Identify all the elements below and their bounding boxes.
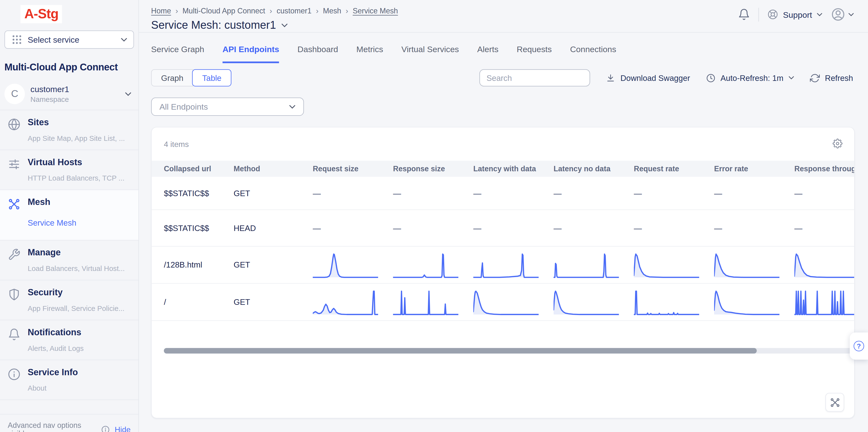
user-menu[interactable] bbox=[831, 7, 855, 22]
download-swagger-label: Download Swagger bbox=[620, 73, 690, 82]
auto-refresh-dropdown[interactable]: Auto-Refresh: 1m bbox=[706, 73, 795, 83]
breadcrumb-service-mesh[interactable]: Service Mesh bbox=[353, 6, 398, 15]
bell-icon bbox=[8, 328, 23, 341]
sidebar-item-sites[interactable]: Sites App Site Map, App Site List, ... bbox=[0, 110, 138, 150]
hide-nav-button[interactable]: Hide bbox=[115, 425, 130, 432]
column-header[interactable]: Method bbox=[234, 165, 313, 173]
column-header[interactable]: Response throughput bbox=[795, 165, 855, 173]
breadcrumb-mcac[interactable]: Multi-Cloud App Connect bbox=[183, 6, 265, 15]
main-content: Home › Multi-Cloud App Connect › custome… bbox=[139, 0, 868, 432]
support-menu[interactable]: Support bbox=[768, 9, 823, 20]
scrollbar-thumb[interactable] bbox=[164, 348, 756, 353]
view-toggle: Graph Table bbox=[151, 69, 231, 86]
tab-virtual-services[interactable]: Virtual Services bbox=[401, 44, 459, 63]
chevron-down-icon bbox=[848, 12, 854, 16]
sparkline-latency-no-data bbox=[554, 288, 634, 316]
sidebar-item-mesh[interactable]: Mesh Service Mesh bbox=[0, 190, 138, 240]
help-button[interactable]: ? bbox=[850, 333, 868, 359]
mesh-expand-button[interactable] bbox=[826, 393, 844, 411]
sidebar-item-title: Manage bbox=[28, 248, 133, 258]
gear-icon[interactable] bbox=[833, 139, 842, 149]
breadcrumb-separator: › bbox=[270, 6, 272, 15]
cell-method: GET bbox=[234, 297, 313, 306]
empty-metric: — bbox=[473, 189, 481, 197]
sidebar-item-security[interactable]: Security App Firewall, Service Policie..… bbox=[0, 280, 138, 320]
sidebar-item-virtual-hosts[interactable]: Virtual Hosts HTTP Load Balancers, TCP .… bbox=[0, 150, 138, 190]
cell-url: /128B.html bbox=[164, 260, 234, 269]
table-view-button[interactable]: Table bbox=[192, 69, 231, 86]
sparkline-response-size bbox=[393, 251, 473, 279]
chevron-down-icon bbox=[125, 92, 132, 96]
breadcrumb-mesh[interactable]: Mesh bbox=[323, 6, 341, 15]
app-root: A-Stg Select service Multi-Cloud App Con… bbox=[0, 0, 868, 432]
column-header[interactable]: Collapsed url bbox=[164, 165, 234, 173]
sparkline-request-size bbox=[313, 251, 393, 279]
tab-requests[interactable]: Requests bbox=[517, 44, 552, 63]
info-icon bbox=[101, 425, 110, 432]
tab-api-endpoints[interactable]: API Endpoints bbox=[222, 44, 279, 63]
endpoints-filter-dropdown[interactable]: All Endpoints bbox=[151, 97, 304, 116]
sparkline-response-throughput bbox=[795, 251, 855, 279]
endpoints-table-card: 4 items Collapsed url Method Request siz… bbox=[151, 127, 855, 419]
download-swagger-button[interactable]: Download Swagger bbox=[606, 73, 690, 83]
sidebar-item-title: Virtual Hosts bbox=[28, 157, 133, 167]
sidebar-link-service-mesh[interactable]: Service Mesh bbox=[28, 218, 133, 233]
cell-url: $$STATIC$$ bbox=[164, 189, 234, 197]
auto-refresh-label: Auto-Refresh: 1m bbox=[720, 73, 783, 82]
empty-metric: — bbox=[634, 224, 642, 232]
column-header[interactable]: Latency with data bbox=[473, 165, 554, 173]
empty-metric: — bbox=[634, 189, 642, 197]
toolbar: Graph Table Download Swagger Auto-Refres… bbox=[151, 69, 853, 86]
table-row[interactable]: /128B.html GET bbox=[152, 247, 854, 284]
tab-alerts[interactable]: Alerts bbox=[477, 44, 498, 63]
cell-url: / bbox=[164, 297, 234, 306]
cell-method: GET bbox=[234, 189, 313, 197]
column-header[interactable]: Request size bbox=[313, 165, 393, 173]
namespace-avatar: C bbox=[4, 84, 25, 104]
breadcrumb-home[interactable]: Home bbox=[151, 6, 171, 15]
column-header[interactable]: Response size bbox=[393, 165, 473, 173]
tab-dashboard[interactable]: Dashboard bbox=[298, 44, 338, 63]
column-header[interactable]: Error rate bbox=[714, 165, 795, 173]
mesh-icon bbox=[8, 198, 23, 210]
sparkline-latency-no-data bbox=[554, 251, 634, 279]
shield-icon bbox=[8, 288, 23, 301]
tab-service-graph[interactable]: Service Graph bbox=[151, 44, 204, 63]
tab-metrics[interactable]: Metrics bbox=[356, 44, 383, 63]
sparkline-request-size bbox=[313, 288, 393, 316]
sidebar-item-subtitle: Alerts, Audit Logs bbox=[28, 344, 133, 352]
sparkline-latency-with-data bbox=[473, 288, 554, 316]
sidebar-item-subtitle: HTTP Load Balancers, TCP ... bbox=[28, 174, 133, 182]
table-row[interactable]: $$STATIC$$ GET — — — — — — — bbox=[152, 177, 854, 210]
select-service-dropdown[interactable]: Select service bbox=[4, 30, 134, 49]
mesh-icon bbox=[830, 397, 840, 407]
sliders-icon bbox=[8, 158, 23, 171]
search-input[interactable] bbox=[479, 69, 590, 86]
table-row[interactable]: $$STATIC$$ HEAD — — — — — — — bbox=[152, 210, 854, 247]
sidebar-item-notifications[interactable]: Notifications Alerts, Audit Logs bbox=[0, 320, 138, 359]
notifications-bell-icon[interactable] bbox=[738, 8, 750, 21]
tab-bar: Service Graph API Endpoints Dashboard Me… bbox=[139, 44, 868, 63]
sidebar-item-manage[interactable]: Manage Load Balancers, Virtual Host... bbox=[0, 240, 138, 280]
sparkline-response-throughput bbox=[795, 288, 855, 316]
cell-url: $$STATIC$$ bbox=[164, 224, 234, 232]
breadcrumb-customer1[interactable]: customer1 bbox=[277, 6, 311, 15]
column-header[interactable]: Latency no data bbox=[554, 165, 634, 173]
table-row[interactable]: / GET bbox=[152, 284, 854, 321]
empty-metric: — bbox=[393, 189, 401, 197]
breadcrumb-separator: › bbox=[176, 6, 178, 15]
empty-metric: — bbox=[554, 189, 562, 197]
column-header[interactable]: Request rate bbox=[634, 165, 714, 173]
sidebar-item-title: Notifications bbox=[28, 327, 133, 338]
user-avatar-icon bbox=[831, 7, 845, 22]
tab-connections[interactable]: Connections bbox=[570, 44, 616, 63]
support-label: Support bbox=[783, 10, 812, 19]
namespace-selector[interactable]: C customer1 Namespace bbox=[0, 79, 138, 110]
sidebar-item-service-info[interactable]: Service Info About bbox=[0, 359, 138, 400]
chevron-down-icon[interactable] bbox=[281, 23, 287, 27]
graph-view-button[interactable]: Graph bbox=[151, 69, 193, 86]
refresh-button[interactable]: Refresh bbox=[810, 73, 853, 83]
sidebar-item-subtitle: App Site Map, App Site List, ... bbox=[28, 134, 133, 142]
table-header-row: Collapsed url Method Request size Respon… bbox=[152, 161, 854, 177]
horizontal-scrollbar[interactable] bbox=[164, 348, 853, 353]
